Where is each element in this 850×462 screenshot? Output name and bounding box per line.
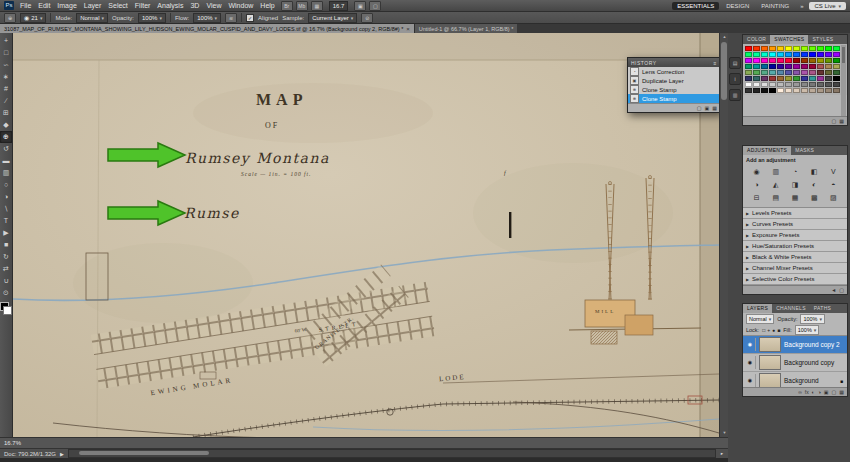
menu-analysis[interactable]: Analysis bbox=[157, 2, 183, 9]
pen-tool[interactable]: ∖ bbox=[0, 203, 12, 215]
color-swatch[interactable] bbox=[785, 76, 792, 81]
new-layer-icon[interactable]: ▢ bbox=[832, 389, 837, 395]
navigator-panel-icon[interactable]: ▤ bbox=[729, 57, 741, 69]
fill-dropdown[interactable]: 100% ▾ bbox=[795, 325, 820, 335]
gradient-map-icon[interactable]: ▩ bbox=[805, 193, 824, 202]
color-swatch[interactable] bbox=[825, 82, 832, 87]
expanded-view-icon[interactable]: ▢ bbox=[839, 287, 844, 293]
color-swatch[interactable] bbox=[761, 52, 768, 57]
ignore-adjustment-layers-icon[interactable]: ⊘ bbox=[361, 13, 373, 23]
invert-icon[interactable]: ⊟ bbox=[747, 193, 766, 202]
tab-masks[interactable]: MASKS bbox=[791, 146, 818, 155]
layer-row-background-copy-2[interactable]: ◉Background copy 2 bbox=[743, 336, 847, 354]
document-tab[interactable]: Untitled-1 @ 66.7% (Layer 1, RGB/8) * bbox=[414, 24, 518, 33]
workspace-overflow-chevron[interactable]: » bbox=[800, 3, 803, 9]
color-swatch[interactable] bbox=[793, 76, 800, 81]
hue-saturation-icon[interactable]: ◑ bbox=[747, 180, 766, 189]
zoom-percentage[interactable]: 16.7% bbox=[4, 440, 21, 446]
color-swatch[interactable] bbox=[745, 88, 752, 93]
brush-tool[interactable]: ◆ bbox=[0, 119, 12, 131]
color-swatch[interactable] bbox=[801, 46, 808, 51]
color-swatch[interactable] bbox=[785, 64, 792, 69]
color-swatch[interactable] bbox=[817, 82, 824, 87]
3d-rotate-tool[interactable]: ↻ bbox=[0, 251, 12, 263]
link-layers-icon[interactable]: ∞ bbox=[798, 389, 802, 395]
color-swatch[interactable] bbox=[761, 64, 768, 69]
document-canvas[interactable]: MAP OF Rumsey Montana Scale — 1in. = 100… bbox=[13, 33, 719, 437]
color-swatch[interactable] bbox=[833, 88, 840, 93]
menu-window[interactable]: Window bbox=[228, 2, 253, 9]
color-swatch[interactable] bbox=[817, 46, 824, 51]
color-swatch[interactable] bbox=[745, 52, 752, 57]
vibrance-icon[interactable]: V bbox=[824, 167, 843, 176]
exposure-icon[interactable]: ◧ bbox=[805, 167, 824, 176]
posterize-icon[interactable]: ▤ bbox=[766, 193, 785, 202]
menu-view[interactable]: View bbox=[206, 2, 221, 9]
delete-swatch-icon[interactable]: ▦ bbox=[839, 118, 844, 124]
tab-channels[interactable]: CHANNELS bbox=[772, 304, 810, 313]
color-swatch[interactable] bbox=[817, 58, 824, 63]
eye-icon[interactable]: ◉ bbox=[745, 338, 756, 351]
color-swatch[interactable] bbox=[809, 52, 816, 57]
panel-scrollbar[interactable] bbox=[841, 45, 846, 116]
color-swatch[interactable] bbox=[817, 70, 824, 75]
color-swatch[interactable] bbox=[785, 46, 792, 51]
menu-filter[interactable]: Filter bbox=[135, 2, 151, 9]
curves-icon[interactable]: ◔ bbox=[785, 167, 804, 176]
color-swatch[interactable] bbox=[793, 64, 800, 69]
color-swatch[interactable] bbox=[769, 64, 776, 69]
selective-color-icon[interactable]: ▨ bbox=[824, 193, 843, 202]
color-swatch[interactable] bbox=[801, 76, 808, 81]
color-swatch[interactable] bbox=[825, 64, 832, 69]
path-selection-tool[interactable]: ▶ bbox=[0, 227, 12, 239]
marquee-tool[interactable]: □ bbox=[0, 47, 12, 59]
color-swatch[interactable] bbox=[753, 52, 760, 57]
menu-3d[interactable]: 3D bbox=[190, 2, 199, 9]
preset-row-black-white-presets[interactable]: ▶Black & White Presets bbox=[743, 252, 847, 263]
shape-tool[interactable]: ■ bbox=[0, 239, 12, 251]
move-tool[interactable]: + bbox=[0, 35, 12, 47]
color-swatch[interactable] bbox=[769, 88, 776, 93]
lock-transparency-icon[interactable]: □ bbox=[762, 327, 765, 333]
history-state-lens-correction[interactable]: ◔Lens Correction bbox=[628, 67, 719, 76]
levels-icon[interactable]: ▥ bbox=[766, 167, 785, 176]
color-swatch[interactable] bbox=[801, 88, 808, 93]
eraser-tool[interactable]: ▬ bbox=[0, 155, 12, 167]
preset-row-curves-presets[interactable]: ▶Curves Presets bbox=[743, 219, 847, 230]
color-swatch[interactable] bbox=[761, 88, 768, 93]
color-swatch[interactable] bbox=[793, 58, 800, 63]
color-swatch[interactable] bbox=[761, 82, 768, 87]
healing-brush-tool[interactable]: ⊞ bbox=[0, 107, 12, 119]
color-swatch[interactable] bbox=[833, 70, 840, 75]
3d-pan-tool[interactable]: ⇄ bbox=[0, 263, 12, 275]
color-swatch[interactable] bbox=[777, 70, 784, 75]
gradient-tool[interactable]: ▥ bbox=[0, 167, 12, 179]
color-swatch[interactable] bbox=[761, 76, 768, 81]
color-swatch[interactable] bbox=[801, 64, 808, 69]
preset-row-hue-saturation-presets[interactable]: ▶Hue/Saturation Presets bbox=[743, 241, 847, 252]
type-tool[interactable]: T bbox=[0, 215, 12, 227]
color-swatch[interactable] bbox=[793, 88, 800, 93]
doc-size-readout[interactable]: Doc: 790.2M/1.32G bbox=[4, 451, 56, 457]
color-swatch[interactable] bbox=[801, 58, 808, 63]
quick-selection-tool[interactable]: ∗ bbox=[0, 71, 12, 83]
history-brush-tool[interactable]: ↺ bbox=[0, 143, 12, 155]
preset-row-channel-mixer-presets[interactable]: ▶Channel Mixer Presets bbox=[743, 263, 847, 274]
color-swatch[interactable] bbox=[825, 70, 832, 75]
color-swatch[interactable] bbox=[825, 58, 832, 63]
status-menu-chevron[interactable]: ▶ bbox=[60, 451, 64, 457]
threshold-icon[interactable]: ▦ bbox=[785, 193, 804, 202]
delete-layer-icon[interactable]: ▦ bbox=[839, 389, 844, 395]
panel-menu-icon[interactable]: ≡ bbox=[714, 60, 717, 66]
color-swatch[interactable] bbox=[745, 82, 752, 87]
menu-image[interactable]: Image bbox=[57, 2, 76, 9]
blend-mode-dropdown[interactable]: Normal ▾ bbox=[746, 314, 774, 324]
flow-dropdown[interactable]: 100% ▾ bbox=[193, 13, 221, 23]
color-swatch[interactable] bbox=[769, 76, 776, 81]
color-swatch[interactable] bbox=[793, 46, 800, 51]
color-swatch[interactable] bbox=[745, 46, 752, 51]
tab-styles[interactable]: STYLES bbox=[808, 35, 837, 44]
photo-filter-icon[interactable]: ◐ bbox=[805, 180, 824, 189]
color-swatch[interactable] bbox=[809, 46, 816, 51]
color-swatch[interactable] bbox=[745, 64, 752, 69]
